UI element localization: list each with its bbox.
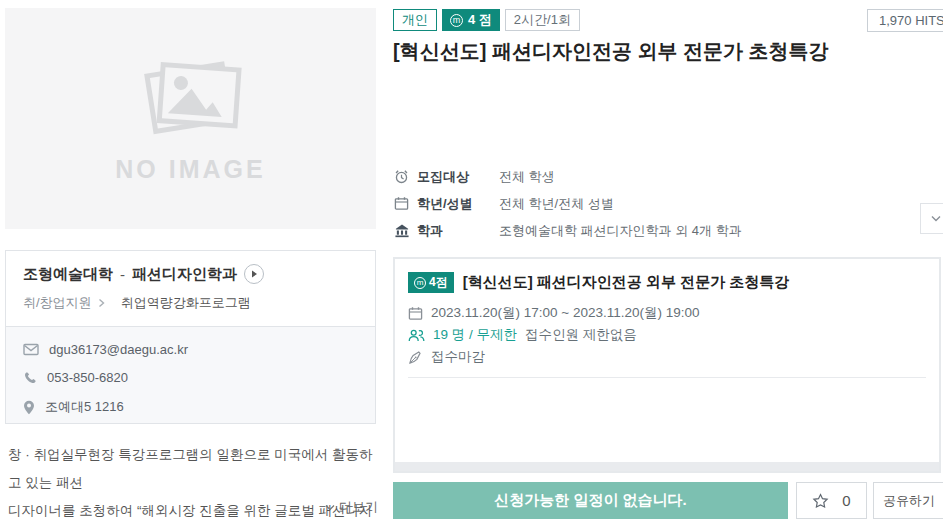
contact-email: dgu36173@daegu.ac.kr — [49, 342, 188, 357]
schedule-points-badge: m 4점 — [408, 272, 454, 293]
detail-row-target: 모집대상 전체 학생 — [393, 163, 913, 190]
page-title: [혁신선도] 패션디자인전공 외부 전문가 초청특강 — [393, 38, 933, 65]
chevron-right-icon — [98, 298, 105, 308]
schedule-card: m 4점 [혁신선도] 패션디자인전공 외부 전문가 초청특강 2023.11.… — [393, 257, 941, 473]
detail-label: 학과 — [417, 222, 499, 240]
detail-label: 학년/성별 — [417, 195, 499, 213]
contact-location: 조예대5 1216 — [45, 398, 124, 416]
no-image-icon — [135, 53, 247, 141]
org-separator: - — [120, 266, 125, 283]
breadcrumb-category[interactable]: 취/창업지원 — [23, 294, 92, 312]
program-details: 모집대상 전체 학생 학년/성별 전체 학년/전체 성별 학과 조형예술대학 패… — [393, 163, 913, 244]
capacity-count: 19 명 / 무제한 — [433, 326, 517, 344]
bank-icon — [393, 223, 410, 238]
hits-counter: 1,970 HITS — [867, 9, 943, 32]
people-icon — [408, 329, 425, 342]
clock-icon — [393, 169, 410, 184]
contact-phone-row: 053-850-6820 — [23, 370, 358, 385]
schedule-title-row: m 4점 [혁신선도] 패션디자인전공 외부 전문가 초청특강 — [408, 272, 926, 293]
schedule-status: 접수마감 — [431, 348, 485, 366]
schedule-capacity-row: 19 명 / 무제한 접수인원 제한없음 — [408, 324, 926, 346]
play-icon[interactable] — [244, 264, 264, 284]
organization-header: 조형예술대학 - 패션디자인학과 취/창업지원 취업역량강화프로그램 — [6, 251, 375, 323]
contact-email-row: dgu36173@daegu.ac.kr — [23, 342, 358, 357]
share-button[interactable]: 공유하기 — [873, 482, 943, 519]
capacity-note: 접수인원 제한없음 — [525, 326, 637, 344]
organization-card: 조형예술대학 - 패션디자인학과 취/창업지원 취업역량강화프로그램 — [5, 250, 376, 424]
badge-personal: 개인 — [393, 9, 437, 31]
more-link[interactable]: 더보기 — [8, 498, 378, 516]
mileage-icon: m — [450, 14, 463, 27]
breadcrumb: 취/창업지원 취업역량강화프로그램 — [23, 294, 358, 312]
pen-icon — [408, 350, 423, 365]
detail-label: 모집대상 — [417, 168, 499, 186]
schedule-divider — [408, 377, 926, 378]
calendar-icon — [393, 196, 410, 211]
favorite-count: 0 — [842, 492, 850, 509]
department-expand-button[interactable] — [920, 203, 943, 234]
schedule-points-label: 4점 — [429, 274, 448, 291]
chevron-down-icon — [931, 215, 941, 222]
badge-duration: 2시간/1회 — [505, 9, 580, 31]
star-icon — [812, 493, 829, 509]
breadcrumb-program[interactable]: 취업역량강화프로그램 — [121, 294, 251, 312]
badge-points-label: 4 점 — [468, 11, 492, 29]
no-image-label: NO IMAGE — [115, 155, 265, 184]
detail-row-grade-gender: 학년/성별 전체 학년/전체 성별 — [393, 190, 913, 217]
college-name: 조형예술대학 — [23, 265, 113, 284]
description-line1: 창 · 취업실무현장 특강프로그램의 일환으로 미국에서 활동하고 있는 패션 — [8, 441, 378, 497]
badge-mileage-points: m 4 점 — [442, 9, 500, 31]
schedule-status-row: 접수마감 — [408, 346, 926, 368]
detail-value: 전체 학년/전체 성별 — [499, 195, 614, 213]
detail-row-department: 학과 조형예술대학 패션디자인학과 외 4개 학과 — [393, 217, 913, 244]
map-pin-icon — [23, 400, 35, 415]
favorite-button[interactable]: 0 — [796, 482, 867, 519]
department-name: 패션디자인학과 — [132, 265, 237, 284]
schedule-datetime: 2023.11.20(월) 17:00 ~ 2023.11.20(월) 19:0… — [431, 304, 700, 322]
envelope-icon — [23, 343, 39, 356]
program-image-placeholder: NO IMAGE — [5, 8, 376, 229]
badge-row: 개인 m 4 점 2시간/1회 — [393, 9, 580, 31]
more-link-label: 더보기 — [339, 498, 378, 516]
phone-icon — [23, 371, 37, 385]
program-detail-page: NO IMAGE 조형예술대학 - 패션디자인학과 취/창업지원 취업역량강화프… — [0, 0, 943, 530]
detail-value: 조형예술대학 패션디자인학과 외 4개 학과 — [499, 222, 742, 240]
contact-location-row: 조예대5 1216 — [23, 398, 358, 416]
detail-value: 전체 학생 — [499, 168, 555, 186]
program-description: 창 · 취업실무현장 특강프로그램의 일환으로 미국에서 활동하고 있는 패션 … — [8, 441, 378, 530]
calendar-icon — [408, 306, 423, 321]
schedule-scrollbar[interactable] — [395, 462, 939, 471]
schedule-datetime-row: 2023.11.20(월) 17:00 ~ 2023.11.20(월) 19:0… — [408, 302, 926, 324]
mileage-icon: m — [414, 277, 426, 289]
chevron-down-icon — [325, 504, 335, 511]
schedule-title: [혁신선도] 패션디자인전공 외부 전문가 초청특강 — [463, 273, 790, 292]
contact-phone: 053-850-6820 — [47, 370, 128, 385]
organization-contacts: dgu36173@daegu.ac.kr 053-850-6820 조예대5 1… — [6, 326, 375, 423]
no-schedule-button[interactable]: 신청가능한 일정이 없습니다. — [393, 482, 788, 519]
